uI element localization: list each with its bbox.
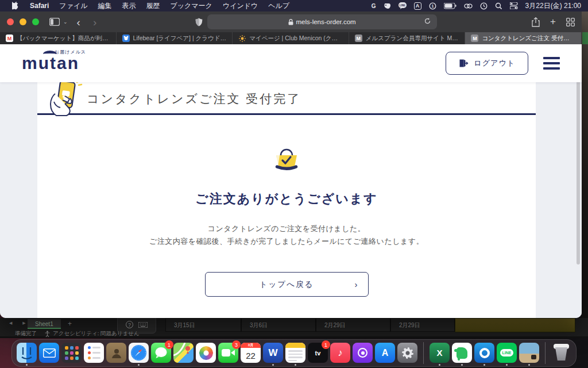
site-header: mutan お届けメルス ログアウト <box>0 44 582 82</box>
sidebar-toggle-icon[interactable] <box>49 15 60 29</box>
facetime-badge: 3 <box>232 340 241 349</box>
minimize-window-button[interactable] <box>20 18 26 25</box>
back-to-top-button[interactable]: トップへ戻る › <box>205 272 369 297</box>
confirmation-line-2: ご注文内容を確認後、手続きが完了しましたらメールにてご連絡いたします。 <box>37 235 536 248</box>
dock-divider <box>545 342 546 364</box>
dock-divider <box>423 342 424 364</box>
menu-file[interactable]: ファイル <box>54 1 92 11</box>
spotlight-icon[interactable] <box>495 2 502 10</box>
dock-safari-icon[interactable] <box>129 340 149 366</box>
dock-photos-icon[interactable] <box>196 340 216 366</box>
logout-label: ログアウト <box>474 58 515 68</box>
clock-status-icon[interactable] <box>480 2 488 10</box>
google-status-icon[interactable]: G <box>372 2 376 10</box>
web-page: mutan お届けメルス ログアウト <box>0 44 582 318</box>
gmail-icon: M <box>6 34 13 42</box>
calendar-month: 3月 <box>241 343 261 348</box>
dock-appstore-icon[interactable]: A <box>375 340 395 366</box>
tab-lifebear[interactable]: Lifebear [ライフベア] | クラウド型電子手帳 <box>117 32 233 44</box>
sidebar-chevron-icon[interactable]: ⌄ <box>63 19 68 25</box>
dock-facetime-icon[interactable]: 3 <box>218 340 238 366</box>
menu-edit[interactable]: 編集 <box>92 1 117 11</box>
share-icon[interactable] <box>532 17 540 27</box>
dock-finder-icon[interactable] <box>17 340 37 366</box>
back-button[interactable]: ‹ <box>74 17 84 28</box>
help-icon[interactable]: ? <box>126 321 133 328</box>
dock-mail-icon[interactable] <box>39 340 59 366</box>
page-scrollbar[interactable] <box>577 80 580 264</box>
add-sheet-button[interactable]: + <box>68 320 72 328</box>
dock-outlook-icon[interactable] <box>474 340 494 366</box>
mutan-logo[interactable]: mutan お届けメルス <box>22 55 79 72</box>
lifebear-icon <box>122 34 130 42</box>
content-card: コンタクトレンズご注文 受付完了 ご注文ありがとうございます コンタクトレンズの… <box>37 82 536 318</box>
reload-icon[interactable] <box>424 17 432 25</box>
dock: 1 3 3月 22 W 1 tv ♪ A X <box>11 339 577 367</box>
control-center-icon[interactable] <box>510 2 518 10</box>
dock-reminders-icon[interactable] <box>84 340 104 366</box>
url-text: mels-lens-order.com <box>296 18 356 25</box>
dock-evernote-icon[interactable] <box>452 340 472 366</box>
close-window-button[interactable] <box>7 18 14 25</box>
dock-appletv-icon[interactable]: 1 tv <box>308 340 328 366</box>
dock-preview-thumbnail-icon[interactable] <box>519 340 539 366</box>
excel-cell[interactable]: 3月15日 <box>165 318 241 332</box>
menu-window[interactable]: ウインドウ <box>218 1 263 11</box>
dock-notes-icon[interactable] <box>285 340 305 366</box>
thanks-heading: ご注文ありがとうございます <box>37 190 536 208</box>
mels-m-icon: M <box>355 34 362 42</box>
tab-overview-icon[interactable] <box>566 18 575 26</box>
privacy-shield-icon[interactable] <box>195 18 203 26</box>
apple-menu-icon[interactable] <box>7 2 25 10</box>
evernote-status-icon[interactable] <box>384 2 391 10</box>
basket-check-icon <box>37 147 536 175</box>
dock-launchpad-icon[interactable] <box>61 340 82 366</box>
dock-excel-icon[interactable]: X <box>430 340 450 366</box>
dock-calendar-icon[interactable]: 3月 22 <box>241 340 261 366</box>
svg-text:LINE: LINE <box>399 4 405 7</box>
excel-cell[interactable]: 2月29日 <box>316 318 390 332</box>
calendar-day: 22 <box>241 348 261 363</box>
address-bar[interactable]: mels-lens-order.com <box>207 14 437 29</box>
dock-line-icon[interactable]: LINE <box>497 340 517 366</box>
new-tab-icon[interactable]: + <box>550 16 556 28</box>
excel-status-ready: 準備完了 <box>15 330 37 338</box>
menu-help[interactable]: ヘルプ <box>263 1 295 11</box>
menu-history[interactable]: 履歴 <box>141 1 165 11</box>
link-status-icon[interactable] <box>464 2 473 10</box>
dock-messages-icon[interactable]: 1 <box>151 340 171 366</box>
menu-view[interactable]: 表示 <box>117 1 141 11</box>
tab-backmarket[interactable]: M 【バックマーケット】商品が到着したようです… <box>0 32 117 44</box>
menu-bar-clock[interactable]: 3月22日(金) 21:00 <box>525 1 581 11</box>
dock-podcasts-icon[interactable] <box>353 340 373 366</box>
dock-maps-icon[interactable] <box>173 340 194 366</box>
menu-app-name[interactable]: Safari <box>25 2 54 10</box>
dock-trash-icon[interactable] <box>551 340 571 366</box>
excel-highlighted-cell[interactable] <box>455 318 575 332</box>
sheet-tab-sheet1[interactable]: Sheet1 <box>28 319 61 329</box>
phone-hand-illustration <box>47 79 85 117</box>
tab-order-complete-active[interactable]: M コンタクトレンズご注文 受付完了 | お届けメル… <box>465 32 582 44</box>
line-status-icon[interactable]: LINE <box>399 2 407 10</box>
hamburger-menu-icon[interactable] <box>543 57 560 70</box>
chevron-right-icon: › <box>355 279 359 289</box>
tab-club-menicon[interactable]: マイページ | Club Menicon (クラブメニコン) <box>233 32 349 44</box>
dock-settings-icon[interactable] <box>397 340 417 366</box>
excel-cell[interactable]: 2月29日 <box>390 318 455 332</box>
lock-icon <box>288 19 293 25</box>
dock-contacts-icon[interactable] <box>106 340 126 366</box>
input-source-icon[interactable]: A <box>414 2 421 10</box>
excel-cell[interactable]: 3月6日 <box>241 318 316 332</box>
safari-toolbar: ⌄ ‹ › mels-lens-order.com + <box>0 12 582 32</box>
status-circle-icon[interactable]: 1 <box>429 2 436 10</box>
excel-background-window[interactable]: 3月15日 3月6日 2月29日 2月29日 ◀ ▶ Sheet1 + ? 準備… <box>0 318 588 338</box>
battery-icon[interactable] <box>444 2 457 10</box>
forward-button[interactable]: › <box>90 17 100 28</box>
logout-button[interactable]: ログアウト <box>446 52 528 75</box>
tab-mels-member[interactable]: M メルスプラン会員専用サイト MELS MEMBER... <box>349 32 466 44</box>
dock-music-icon[interactable]: ♪ <box>330 340 350 366</box>
zoom-window-button[interactable] <box>32 18 39 25</box>
tab-bar: M 【バックマーケット】商品が到着したようです… Lifebear [ライフベア… <box>0 32 582 44</box>
dock-word-icon[interactable]: W <box>263 340 283 366</box>
menu-bookmarks[interactable]: ブックマーク <box>165 1 217 11</box>
